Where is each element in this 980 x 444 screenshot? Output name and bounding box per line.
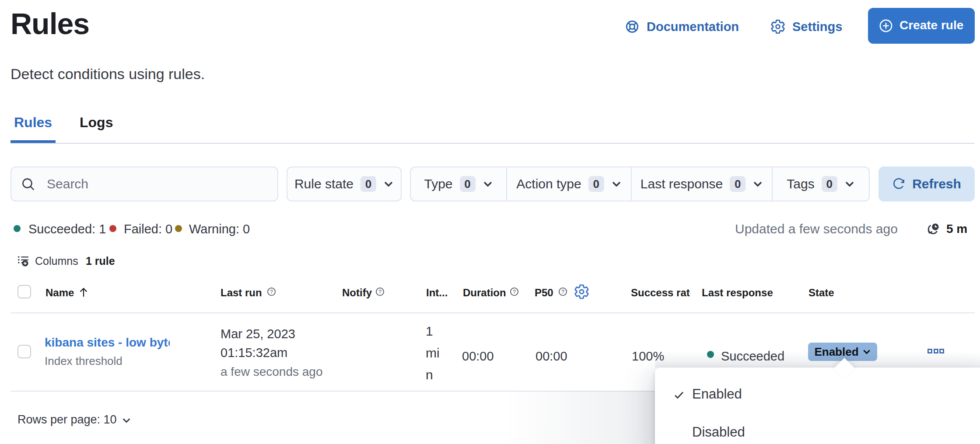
svg-text:?: ? [270, 289, 273, 295]
svg-text:?: ? [561, 289, 564, 295]
svg-text:?: ? [513, 289, 516, 295]
svg-text:?: ? [378, 289, 382, 295]
